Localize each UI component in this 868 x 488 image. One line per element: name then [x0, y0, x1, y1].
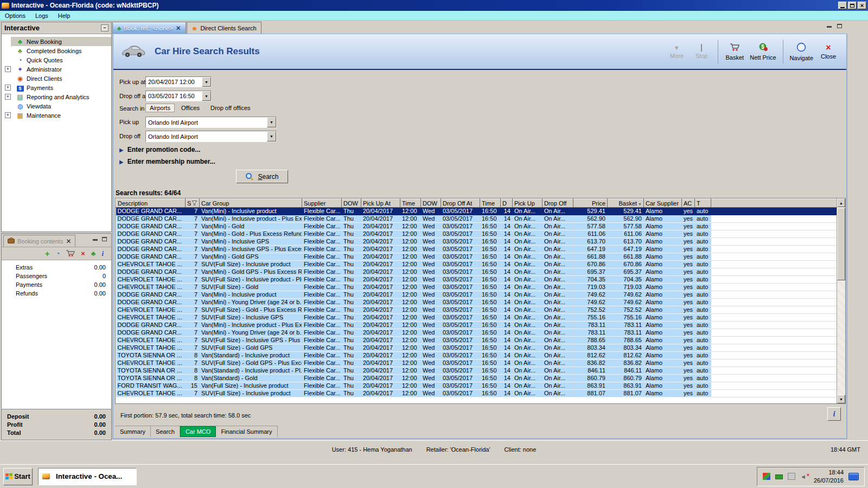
table-row[interactable]: CHEVROLET TAHOE ...7SUV(Full Size) - Inc…: [116, 390, 838, 397]
network-card-tray-icon[interactable]: [775, 474, 783, 479]
table-row[interactable]: CHEVROLET TAHOE ...7SUV(Full Size) - Gol…: [116, 306, 838, 314]
close-button[interactable]: ×: [858, 2, 866, 9]
sidebar-item-new-booking[interactable]: ♣New Booking: [2, 37, 111, 46]
scroll-up-button[interactable]: ▲: [837, 198, 845, 207]
menu-help[interactable]: Help: [53, 11, 75, 20]
column-header-dow-7[interactable]: DOW: [421, 199, 441, 208]
pickup-at-dropdown-button[interactable]: ▼: [202, 77, 211, 87]
table-row[interactable]: DODGE GRAND CAR...7Van(Mini) - Young Dri…: [116, 299, 838, 306]
column-header-time-6[interactable]: Time: [400, 199, 421, 208]
table-row[interactable]: CHEVROLET TAHOE ...7SUV(Full Size) - Inc…: [116, 337, 838, 344]
column-header-t-17[interactable]: T: [695, 199, 711, 208]
tab-book-ref-none[interactable]: ♣Book. ref.: <none>✕: [112, 22, 186, 34]
pickup-location-field[interactable]: Orlando Intl Airport ▼: [145, 117, 277, 128]
table-row[interactable]: TOYOTA SIENNA OR ...8Van(Standard) - Gol…: [116, 375, 838, 382]
pickup-dropdown-button[interactable]: ▼: [267, 117, 276, 127]
vertical-scrollbar[interactable]: ▲ ▼: [837, 198, 845, 403]
column-header-d-10[interactable]: D: [501, 199, 513, 208]
dropoff-at-field[interactable]: 03/05/2017 16:50 ▼: [145, 91, 212, 101]
maximize-panel-icon[interactable]: [102, 237, 107, 241]
membership-number-expander[interactable]: ▶ Enter membership number...: [119, 158, 215, 165]
column-header-pick-up-11[interactable]: Pick Up: [513, 199, 542, 208]
promotion-code-expander[interactable]: ▶ Enter promotion code...: [119, 146, 200, 153]
table-row[interactable]: DODGE GRAND CAR...7Van(Mini) - Inclusive…: [116, 246, 838, 253]
table-row[interactable]: DODGE GRAND CAR...7Van(Mini) - Gold GPS …: [116, 268, 838, 276]
table-row[interactable]: CHEVROLET TAHOE ...7SUV(Full Size) - Gol…: [116, 344, 838, 352]
quote-icon[interactable]: ◔: [55, 250, 60, 257]
column-header-dow-4[interactable]: DOW: [342, 199, 361, 208]
table-row[interactable]: CHEVROLET TAHOE ...7SUV(Full Size) - Inc…: [116, 314, 838, 322]
expand-icon[interactable]: +: [5, 112, 11, 118]
dropoff-dropdown-button[interactable]: ▼: [267, 131, 276, 142]
close-tab-icon[interactable]: ✕: [176, 24, 181, 32]
table-row[interactable]: DODGE GRAND CAR...7Van(Mini) - Gold GPSF…: [116, 253, 838, 261]
table-row[interactable]: DODGE GRAND CAR...7Van(Mini) - Inclusive…: [116, 291, 838, 299]
delete-icon[interactable]: ×: [81, 250, 85, 257]
scrollbar-thumb[interactable]: [837, 208, 845, 280]
minimize-panel-icon[interactable]: [827, 26, 832, 28]
search-in-option-offices[interactable]: Offices: [177, 104, 204, 112]
table-row[interactable]: CHEVROLET TAHOE ...7SUV(Full Size) - Gol…: [116, 359, 838, 367]
table-row[interactable]: DODGE GRAND CAR...7Van(Mini) - Young Dri…: [116, 329, 838, 337]
sidebar-item-quick-quotes[interactable]: ◔Quick Quotes: [2, 55, 111, 65]
column-header-car-supplier-15[interactable]: Car Supplier: [644, 199, 682, 208]
close-button[interactable]: ×Close: [816, 38, 841, 65]
view-tab-summary[interactable]: Summary: [115, 426, 151, 437]
new-booking-icon[interactable]: ♣: [91, 250, 96, 257]
column-header-car-group-2[interactable]: Car Group: [200, 199, 302, 208]
info-icon[interactable]: i: [101, 250, 104, 257]
table-row[interactable]: DODGE GRAND CAR...7Van(Mini) - Inclusive…: [116, 208, 838, 215]
column-header-supplier-3[interactable]: Supplier: [302, 199, 342, 208]
collapse-panel-button[interactable]: −: [101, 24, 108, 31]
sidebar-item-completed-bookings[interactable]: ♣Completed Bookings: [2, 46, 111, 55]
tab-direct-clients-search[interactable]: ☻Direct Clients Search: [187, 22, 261, 34]
maximize-button[interactable]: [848, 2, 857, 9]
column-header-time-9[interactable]: Time: [480, 199, 501, 208]
volume-muted-tray-icon[interactable]: ◄×: [800, 473, 809, 480]
info-button[interactable]: i: [827, 407, 841, 421]
expand-icon[interactable]: +: [5, 94, 11, 100]
column-header-s-1[interactable]: S: [186, 199, 200, 208]
dropoff-location-field[interactable]: Orlando Intl Airport ▼: [145, 131, 277, 142]
search-button[interactable]: Search: [236, 170, 288, 183]
expand-icon[interactable]: +: [5, 85, 11, 91]
expand-icon[interactable]: +: [5, 66, 11, 72]
menu-options[interactable]: Options: [0, 11, 30, 20]
basket-button[interactable]: Basket: [722, 38, 747, 65]
table-row[interactable]: DODGE GRAND CAR...7Van(Mini) - Inclusive…: [116, 215, 838, 223]
column-header-drop-off-12[interactable]: Drop Off: [542, 199, 573, 208]
sidebar-item-direct-clients[interactable]: ◉Direct Clients: [2, 74, 111, 83]
antivirus-tray-icon[interactable]: [763, 473, 770, 480]
column-header-pick-up-at-5[interactable]: Pick Up At: [361, 199, 400, 208]
scroll-down-button[interactable]: ▼: [837, 395, 845, 403]
navigate-button[interactable]: Navigate: [787, 38, 816, 65]
column-header-description-0[interactable]: Description: [116, 199, 186, 208]
add-icon[interactable]: +: [45, 250, 50, 258]
table-row[interactable]: TOYOTA SIENNA OR ...8Van(Standard) - Inc…: [116, 352, 838, 359]
view-tab-car-mco[interactable]: Car MCO: [180, 426, 216, 437]
sidebar-item-maintenance[interactable]: +▦Maintenance: [2, 111, 111, 120]
table-row[interactable]: CHEVROLET TAHOE ...7SUV(Full Size) - Inc…: [116, 276, 838, 284]
column-header-basket-14[interactable]: Basket▼: [608, 199, 644, 208]
show-desktop-icon[interactable]: [848, 473, 859, 480]
taskbar-app-button[interactable]: Interactive - Ocea...: [38, 468, 137, 485]
table-row[interactable]: DODGE GRAND CAR...7Van(Mini) - Gold - Pl…: [116, 230, 838, 238]
table-row[interactable]: DODGE GRAND CAR...7Van(Mini) - Inclusive…: [116, 238, 838, 246]
table-row[interactable]: DODGE GRAND CAR...7Van(Mini) - Inclusive…: [116, 322, 838, 329]
search-in-option-airports[interactable]: Airports: [145, 104, 175, 112]
sidebar-item-payments[interactable]: +$Payments: [2, 83, 111, 92]
column-header-drop-off-at-8[interactable]: Drop Off At: [441, 199, 480, 208]
sidebar-item-reporting-and-analytics[interactable]: +▤Reporting and Analytics: [2, 92, 111, 101]
nett-price-button[interactable]: $Nett Price: [747, 38, 778, 65]
close-tab-icon[interactable]: ✕: [66, 237, 71, 245]
search-in-option-drop-off-offices[interactable]: Drop off offices: [206, 104, 255, 112]
dropoff-at-dropdown-button[interactable]: ▼: [202, 91, 211, 101]
table-row[interactable]: TOYOTA SIENNA OR ...8Van(Standard) - Inc…: [116, 367, 838, 375]
booking-contents-tab[interactable]: Booking contents ✕: [3, 235, 75, 247]
view-tab-search[interactable]: Search: [151, 426, 180, 437]
table-row[interactable]: DODGE GRAND CAR...7Van(Mini) - GoldFlexi…: [116, 223, 838, 230]
minimize-panel-icon[interactable]: [93, 239, 98, 241]
pickup-at-field[interactable]: 20/04/2017 12:00 ▼: [145, 76, 212, 87]
menu-logs[interactable]: Logs: [30, 11, 53, 20]
sidebar-item-viewdata[interactable]: ◍Viewdata: [2, 101, 111, 111]
